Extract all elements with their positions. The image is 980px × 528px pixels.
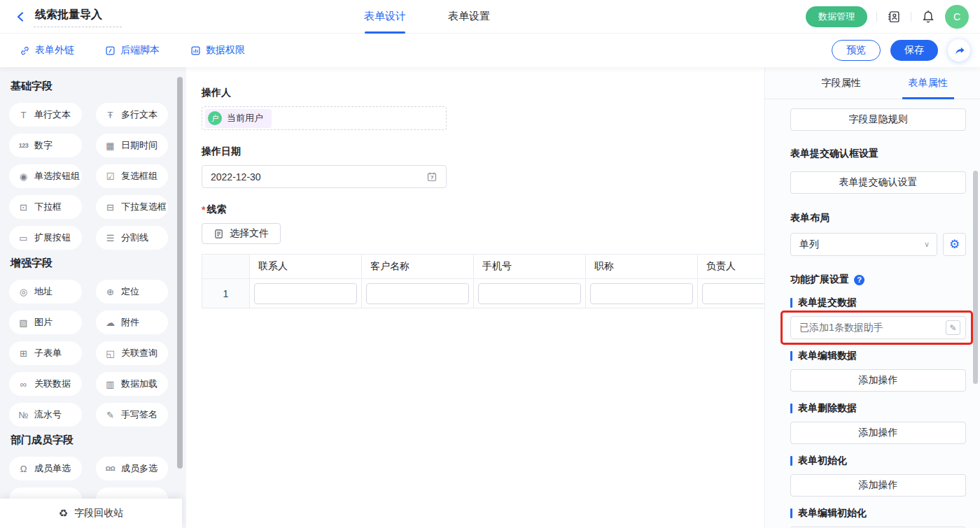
share-button[interactable] — [948, 39, 970, 62]
tab-form-properties[interactable]: 表单属性 — [902, 67, 954, 99]
field-item-related-query[interactable]: ◱关联查询 — [96, 341, 168, 365]
avatar[interactable]: C — [945, 5, 969, 29]
field-item-member-single[interactable]: Ω成员单选 — [9, 457, 82, 480]
user-avatar-icon: 户 — [208, 111, 222, 125]
section-bar — [790, 298, 792, 308]
attachment-icon: ☁ — [104, 318, 116, 327]
back-icon[interactable] — [14, 9, 28, 24]
field-item-image[interactable]: ▧图片 — [9, 311, 82, 334]
external-link-icon — [20, 45, 30, 56]
field-item-single-line-text[interactable]: T单行文本 — [9, 103, 82, 127]
date-input[interactable]: 2022-12-30 — [202, 165, 447, 188]
field-item-number[interactable]: 123数字 — [9, 134, 82, 157]
field-item-multi-line-text[interactable]: Ŧ多行文本 — [96, 103, 168, 127]
field-item-data-load[interactable]: ▥数据加载 — [96, 372, 168, 396]
choose-file-button[interactable]: 选择文件 — [202, 223, 281, 244]
field-item-dropdown[interactable]: ⊡下拉框 — [9, 195, 82, 219]
toolbar-right: 预览 保存 — [832, 39, 970, 62]
field-item-datetime[interactable]: ▦日期时间 — [96, 134, 168, 157]
form-init-add-button[interactable]: 添加操作 — [790, 474, 966, 497]
column-header: 手机号 — [474, 255, 586, 278]
sidebar-section-grid: ◎地址⊕定位▧图片☁附件⊞子表单◱关联查询∞关联数据▥数据加载№流水号✎手写签名 — [9, 280, 186, 427]
signature-icon: ✎ — [104, 411, 116, 420]
save-button[interactable]: 保存 — [890, 40, 938, 61]
preview-button[interactable]: 预览 — [832, 40, 881, 61]
sidebar-section-title: 基础字段 — [10, 80, 185, 93]
section-bar — [790, 351, 792, 361]
address-icon: ◎ — [18, 287, 29, 297]
field-item-location[interactable]: ⊕定位 — [96, 280, 168, 304]
field-item-checkbox-group[interactable]: ☑复选框组 — [96, 164, 168, 188]
page-title[interactable]: 线索批量导入 — [34, 6, 122, 27]
form-layout-label: 表单布局 — [790, 212, 966, 224]
field-item-extend-button[interactable]: ▭扩展按钮 — [9, 226, 82, 250]
divider — [876, 12, 877, 22]
field-item-signature[interactable]: ✎手写签名 — [96, 403, 168, 427]
edit-icon[interactable]: ✎ — [946, 320, 960, 335]
form-submit-data-value-box[interactable]: 已添加1条数据助手✎ — [790, 316, 966, 339]
field-item-label: 手写签名 — [121, 408, 158, 421]
radio-group-icon: ◉ — [18, 172, 29, 181]
operator-value-box[interactable]: 户 当前用户 — [202, 106, 447, 130]
header-tabs: 表单设计表单设置 — [343, 0, 511, 34]
form-edit-init-label: 表单编辑初始化 — [790, 507, 966, 520]
tab-field-properties[interactable]: 字段属性 — [816, 67, 867, 99]
form-external-link[interactable]: 表单外链 — [20, 44, 74, 57]
cell-input[interactable] — [254, 283, 357, 304]
field-item-divider[interactable]: ☰分割线 — [96, 226, 168, 250]
field-item-label: 日期时间 — [121, 139, 158, 152]
data-manage-button[interactable]: 数据管理 — [806, 6, 867, 27]
field-item-dropdown-multi[interactable]: ⊟下拉复选框 — [96, 195, 168, 219]
form-edit-data-add-button[interactable]: 添加操作 — [790, 369, 966, 392]
panel-scrollbar[interactable] — [973, 171, 978, 384]
field-item-label: 单选按钮组 — [34, 170, 80, 183]
submit-confirm-settings-button[interactable]: 表单提交确认设置 — [790, 171, 966, 194]
field-item-address[interactable]: ◎地址 — [9, 280, 82, 304]
field-item-subform[interactable]: ⊞子表单 — [9, 341, 82, 365]
form-layout-select[interactable]: 单列 ∨ — [790, 233, 937, 256]
field-item-serial-number[interactable]: №流水号 — [9, 403, 82, 427]
field-item-label: 扩展按钮 — [34, 231, 71, 244]
submit-confirm-section-label: 表单提交确认框设置 — [790, 148, 966, 160]
field-item-attachment[interactable]: ☁附件 — [96, 311, 168, 334]
required-mark: * — [202, 204, 205, 215]
related-query-icon: ◱ — [104, 349, 116, 358]
form-toolbar: 表单外链后端脚本数据权限 预览 保存 — [0, 34, 980, 67]
tab-form-settings[interactable]: 表单设置 — [427, 0, 511, 34]
notification-bell-icon[interactable] — [920, 9, 936, 24]
layout-settings-button[interactable]: ⚙ — [943, 233, 966, 256]
image-icon: ▧ — [18, 318, 29, 327]
field-visibility-rules-button[interactable]: 字段显隐规则 — [790, 108, 966, 131]
cell-input[interactable] — [366, 283, 469, 304]
sidebar-section-grid: T单行文本Ŧ多行文本123数字▦日期时间◉单选按钮组☑复选框组⊡下拉框⊟下拉复选… — [9, 103, 186, 250]
cell-input[interactable] — [478, 283, 581, 304]
properties-panel: 字段属性表单属性 字段显隐规则 表单提交确认框设置 表单提交确认设置 表单布局 … — [764, 67, 980, 528]
field-operator[interactable]: 操作人 户 当前用户 — [202, 87, 764, 130]
cell-input[interactable] — [702, 283, 764, 304]
datetime-icon: ▦ — [104, 141, 116, 150]
field-item-radio-group[interactable]: ◉单选按钮组 — [9, 164, 82, 188]
contacts-book-icon[interactable] — [886, 9, 902, 24]
data-load-icon: ▥ — [104, 380, 116, 389]
column-header: 职称 — [586, 255, 698, 278]
cell-input[interactable] — [590, 283, 693, 304]
field-operation-date[interactable]: 操作日期 2022-12-30 — [202, 145, 764, 188]
help-icon[interactable]: ? — [854, 275, 864, 285]
group-title: 表单删除数据 — [798, 402, 857, 415]
form-delete-data-add-button[interactable]: 添加操作 — [790, 422, 966, 444]
field-leads[interactable]: * 线索 选择文件 联系人客户名称手机号职称负责人1 — [202, 204, 764, 308]
field-recycle-bin[interactable]: ♻ 字段回收站 — [0, 499, 182, 528]
field-item-member-multi[interactable]: ΩΩ成员多选 — [96, 457, 168, 480]
backend-script-icon — [105, 45, 115, 56]
sidebar-scrollbar[interactable] — [177, 77, 183, 469]
backend-script[interactable]: 后端脚本 — [105, 44, 160, 57]
date-value: 2022-12-30 — [211, 171, 261, 183]
current-user-tag[interactable]: 户 当前用户 — [205, 109, 272, 128]
field-item-label: 成员多选 — [121, 462, 158, 475]
tab-form-design[interactable]: 表单设计 — [343, 0, 427, 34]
form-init-label: 表单初始化 — [790, 455, 966, 467]
field-item-related-data[interactable]: ∞关联数据 — [9, 372, 82, 396]
form-delete-data-label: 表单删除数据 — [790, 402, 966, 415]
data-permission[interactable]: 数据权限 — [190, 44, 245, 57]
group-title: 表单初始化 — [798, 455, 847, 467]
